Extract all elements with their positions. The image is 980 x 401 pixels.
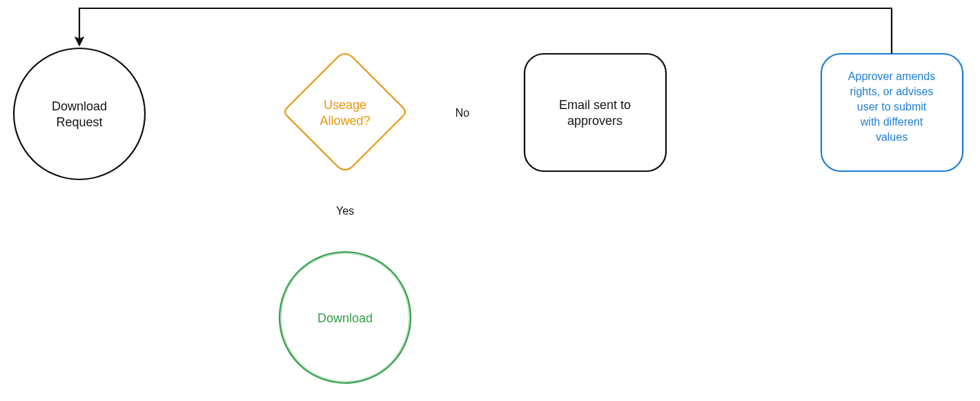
node-download-request-label-2: Request bbox=[56, 115, 102, 129]
edge-decision-no-label: No bbox=[455, 107, 470, 119]
node-usage-allowed-label-2: Allowed? bbox=[320, 114, 370, 128]
node-approver-label-1: Approver amends bbox=[848, 70, 935, 82]
node-download-request-label-1: Download bbox=[52, 99, 107, 113]
edge-decision-yes-label: Yes bbox=[336, 205, 354, 217]
node-approver-label-5: values bbox=[876, 131, 908, 143]
node-approver-label-4: with different bbox=[860, 116, 923, 128]
node-email-approvers-label-1: Email sent to bbox=[559, 98, 631, 112]
svg-point-0 bbox=[14, 48, 145, 179]
node-usage-allowed bbox=[285, 54, 405, 170]
edge-approver-to-request bbox=[79, 8, 892, 54]
flowchart-canvas: Download Request Useage Allowed? Downloa… bbox=[0, 0, 980, 401]
node-usage-allowed-label-1: Useage bbox=[324, 98, 366, 112]
node-approver-label-2: rights, or advises bbox=[850, 86, 934, 97]
svg-rect-3 bbox=[525, 54, 666, 171]
node-email-approvers bbox=[525, 54, 666, 171]
node-download-request bbox=[14, 48, 145, 179]
node-email-approvers-label-2: approvers bbox=[567, 114, 623, 128]
node-approver-label-3: user to submit bbox=[857, 101, 927, 113]
node-download-label: Download bbox=[317, 311, 373, 325]
